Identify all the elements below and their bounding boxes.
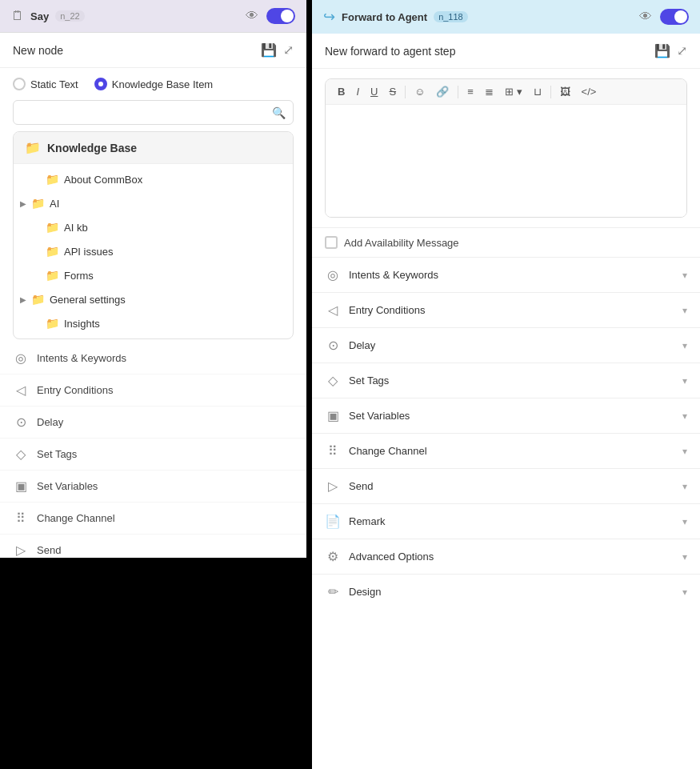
accordion-design-chevron: ▾ <box>682 587 687 598</box>
left-sidebar-list: ◎ Intents & Keywords ◁ Entry Conditions … <box>0 339 306 558</box>
accordion-channel-chevron: ▾ <box>682 446 687 457</box>
right-accordion-vars[interactable]: ▣ Set Variables ▾ <box>312 398 700 433</box>
right-node-id: n_118 <box>434 11 468 22</box>
editor-body[interactable] <box>326 105 686 217</box>
send-icon: ▷ <box>13 543 29 558</box>
sidebar-label-vars: Set Variables <box>37 480 98 492</box>
search-icon: 🔍 <box>272 106 286 119</box>
left-panel-title: New node <box>13 44 63 57</box>
toolbar-div1 <box>405 86 406 98</box>
sidebar-item-entry[interactable]: ◁ Entry Conditions <box>0 374 306 407</box>
search-container: 🔍 <box>13 100 294 125</box>
accordion-advanced-label: Advanced Options <box>349 551 434 563</box>
right-accordion-delay[interactable]: ⊙ Delay ▾ <box>312 327 700 362</box>
sidebar-item-send[interactable]: ▷ Send <box>0 535 306 558</box>
folder-icon-insights: 📁 <box>46 317 59 330</box>
tree-item-ai[interactable]: ▶ 📁 AI <box>14 191 293 215</box>
right-accordion-intents[interactable]: ◎ Intents & Keywords ▾ <box>312 257 700 292</box>
right-accordion-tags[interactable]: ◇ Set Tags ▾ <box>312 362 700 398</box>
radio-static-text[interactable]: Static Text <box>13 78 78 90</box>
accordion-design-icon: ✏ <box>325 584 341 599</box>
tree-label-api: API issues <box>64 246 113 258</box>
tree-item-aikb[interactable]: 📁 AI kb <box>14 215 293 239</box>
search-input[interactable] <box>13 100 294 125</box>
toolbar-ol[interactable]: ≣ <box>481 84 498 99</box>
save-icon[interactable]: 💾 <box>261 42 277 58</box>
toolbar-emoji[interactable]: ☺ <box>410 84 429 99</box>
tree-label-about: About CommBox <box>64 174 142 186</box>
toolbar-strike[interactable]: S <box>385 84 400 99</box>
availability-label: Add Availability Message <box>344 237 459 249</box>
toolbar-link[interactable]: 🔗 <box>432 84 453 99</box>
accordion-channel-icon: ⠿ <box>325 443 341 459</box>
sidebar-label-tags: Set Tags <box>37 448 77 460</box>
right-node-type: Forward to Agent <box>342 11 427 23</box>
intents-icon: ◎ <box>13 350 29 366</box>
toolbar-code[interactable]: </> <box>578 84 601 99</box>
toolbar-image[interactable]: 🖼 <box>556 84 574 99</box>
radio-circle-static <box>13 78 26 90</box>
toolbar-italic[interactable]: I <box>352 84 363 99</box>
right-expand-icon[interactable]: ⤢ <box>677 43 687 58</box>
right-accordion-entry[interactable]: ◁ Entry Conditions ▾ <box>312 292 700 327</box>
right-panel: ↪ Forward to Agent n_118 👁 New forward t… <box>312 0 700 769</box>
tree-item-general[interactable]: ▶ 📁 General settings <box>14 287 293 311</box>
sidebar-item-delay[interactable]: ⊙ Delay <box>0 407 306 439</box>
accordion-send-left: ▷ Send <box>325 479 373 494</box>
sidebar-item-channel[interactable]: ⠿ Change Channel <box>0 503 306 535</box>
toolbar-underline[interactable]: U <box>366 84 382 99</box>
folder-icon-general: 📁 <box>31 293 45 306</box>
right-accordion-design[interactable]: ✏ Design ▾ <box>312 574 700 609</box>
accordion-channel-left: ⠿ Change Channel <box>325 443 427 459</box>
accordion-intents-chevron: ▾ <box>682 270 687 281</box>
right-header-icons: 👁 <box>639 9 689 25</box>
sidebar-item-vars[interactable]: ▣ Set Variables <box>0 471 306 503</box>
right-accordion-send[interactable]: ▷ Send ▾ <box>312 468 700 503</box>
right-eye-icon[interactable]: 👁 <box>639 10 652 24</box>
right-save-icon[interactable]: 💾 <box>654 43 670 58</box>
tree-item-api[interactable]: 📁 API issues <box>14 239 293 263</box>
accordion-vars-left: ▣ Set Variables <box>325 408 410 423</box>
radio-label-kb: Knowledge Base Item <box>112 78 213 90</box>
availability-checkbox[interactable] <box>325 236 338 249</box>
left-toggle[interactable] <box>266 8 295 24</box>
editor-toolbar: B I U S ☺ 🔗 ≡ ≣ ⊞ ▾ ⊔ 🖼 </> <box>326 79 686 105</box>
right-accordion-advanced[interactable]: ⚙ Advanced Options ▾ <box>312 539 700 574</box>
tree-item-insights[interactable]: 📁 Insights <box>14 311 293 335</box>
accordion-advanced-left: ⚙ Advanced Options <box>325 549 434 564</box>
accordion-delay-label: Delay <box>349 339 375 351</box>
accordion-entry-left: ◁ Entry Conditions <box>325 302 425 318</box>
right-toggle[interactable] <box>660 9 689 25</box>
toolbar-bold[interactable]: B <box>334 84 349 99</box>
sidebar-item-intents[interactable]: ◎ Intents & Keywords <box>0 342 306 374</box>
right-header-left: ↪ Forward to Agent n_118 <box>323 8 468 26</box>
accordion-vars-chevron: ▾ <box>682 411 687 422</box>
radio-kb-item[interactable]: Knowledge Base Item <box>94 78 213 90</box>
accordion-entry-label: Entry Conditions <box>349 304 425 316</box>
accordion-advanced-chevron: ▾ <box>682 551 687 563</box>
tree-label-forms: Forms <box>64 270 94 282</box>
accordion-send-chevron: ▾ <box>682 481 687 492</box>
tree-label-general: General settings <box>50 294 126 306</box>
toolbar-ul[interactable]: ≡ <box>463 84 478 99</box>
eye-icon[interactable]: 👁 <box>246 9 258 23</box>
editor-container: B I U S ☺ 🔗 ≡ ≣ ⊞ ▾ ⊔ 🖼 </> <box>325 78 687 218</box>
toolbar-align[interactable]: ⊞ ▾ <box>501 84 526 99</box>
sidebar-item-tags[interactable]: ◇ Set Tags <box>0 439 306 471</box>
tree-list: 📁 About CommBox ▶ 📁 AI 📁 AI kb 📁 API iss… <box>14 164 293 338</box>
right-accordion-channel[interactable]: ⠿ Change Channel ▾ <box>312 433 700 468</box>
toolbar-indent[interactable]: ⊔ <box>530 84 546 99</box>
folder-icon-api: 📁 <box>46 245 59 258</box>
radio-label-static: Static Text <box>30 78 78 90</box>
accordion-remark-chevron: ▾ <box>682 516 687 527</box>
tree-item-about[interactable]: 📁 About CommBox <box>14 167 293 191</box>
chevron-ai: ▶ <box>20 199 26 208</box>
accordion-delay-chevron: ▾ <box>682 340 687 351</box>
tree-item-forms[interactable]: 📁 Forms <box>14 263 293 287</box>
document-icon: 🗒 <box>11 9 24 23</box>
right-accordion-remark[interactable]: 📄 Remark ▾ <box>312 503 700 539</box>
radio-circle-kb <box>94 78 107 90</box>
expand-icon[interactable]: ⤢ <box>283 42 294 58</box>
availability-message-row: Add Availability Message <box>312 227 700 257</box>
sidebar-label-intents: Intents & Keywords <box>37 352 126 364</box>
